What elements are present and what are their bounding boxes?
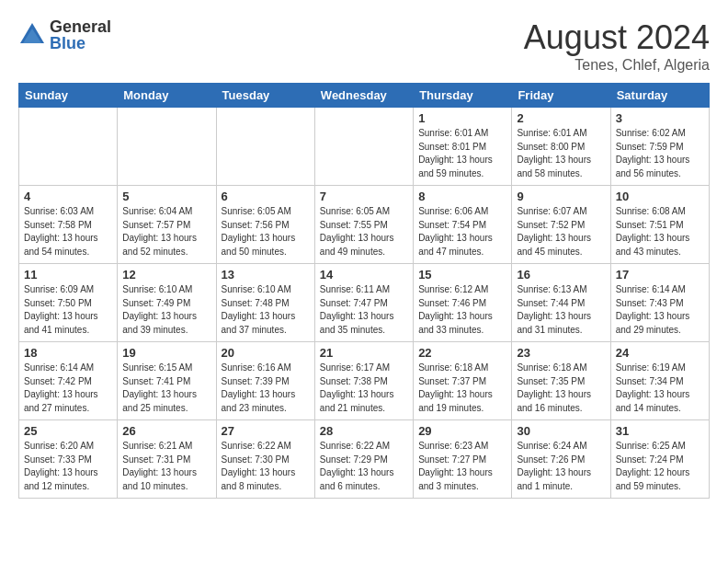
day-number: 22	[418, 346, 506, 360]
day-number: 30	[517, 424, 605, 438]
day-detail: Sunrise: 6:06 AM Sunset: 7:54 PM Dayligh…	[418, 205, 506, 259]
day-detail: Sunrise: 6:02 AM Sunset: 7:59 PM Dayligh…	[616, 127, 704, 180]
day-detail: Sunrise: 6:12 AM Sunset: 7:46 PM Dayligh…	[418, 283, 506, 337]
weekday-header: Friday	[512, 84, 610, 108]
day-detail: Sunrise: 6:18 AM Sunset: 7:35 PM Dayligh…	[517, 362, 605, 415]
day-number: 21	[320, 346, 408, 360]
calendar-cell: 2Sunrise: 6:01 AM Sunset: 8:00 PM Daylig…	[512, 108, 610, 186]
calendar-cell: 25Sunrise: 6:20 AM Sunset: 7:33 PM Dayli…	[19, 420, 118, 499]
day-detail: Sunrise: 6:11 AM Sunset: 7:47 PM Dayligh…	[320, 283, 408, 337]
week-row: 11Sunrise: 6:09 AM Sunset: 7:50 PM Dayli…	[19, 264, 710, 342]
day-number: 10	[616, 190, 704, 203]
day-number: 12	[122, 268, 210, 282]
calendar-cell: 1Sunrise: 6:01 AM Sunset: 8:01 PM Daylig…	[414, 108, 512, 186]
week-row: 25Sunrise: 6:20 AM Sunset: 7:33 PM Dayli…	[19, 420, 710, 499]
day-number: 1	[418, 111, 506, 125]
day-number: 26	[122, 424, 210, 438]
day-detail: Sunrise: 6:07 AM Sunset: 7:52 PM Dayligh…	[517, 205, 605, 259]
day-detail: Sunrise: 6:18 AM Sunset: 7:37 PM Dayligh…	[418, 362, 506, 415]
day-number: 27	[222, 424, 310, 438]
week-row: 4Sunrise: 6:03 AM Sunset: 7:58 PM Daylig…	[19, 186, 710, 264]
logo-blue: Blue	[50, 35, 111, 52]
week-row: 18Sunrise: 6:14 AM Sunset: 7:42 PM Dayli…	[19, 342, 710, 420]
day-detail: Sunrise: 6:01 AM Sunset: 8:01 PM Dayligh…	[418, 127, 506, 180]
calendar-cell: 6Sunrise: 6:05 AM Sunset: 7:56 PM Daylig…	[216, 186, 314, 264]
day-detail: Sunrise: 6:14 AM Sunset: 7:42 PM Dayligh…	[24, 362, 112, 415]
day-number: 16	[517, 268, 605, 282]
title-block: August 2024 Tenes, Chlef, Algeria	[524, 18, 710, 74]
weekday-header: Monday	[118, 84, 216, 108]
day-number: 6	[222, 190, 310, 203]
day-number: 24	[616, 346, 704, 360]
day-detail: Sunrise: 6:19 AM Sunset: 7:34 PM Dayligh…	[616, 362, 704, 415]
calendar-cell: 31Sunrise: 6:25 AM Sunset: 7:24 PM Dayli…	[610, 420, 709, 499]
week-row: 1Sunrise: 6:01 AM Sunset: 8:01 PM Daylig…	[19, 108, 710, 186]
day-number: 13	[222, 268, 310, 282]
calendar-cell: 28Sunrise: 6:22 AM Sunset: 7:29 PM Dayli…	[314, 420, 413, 499]
day-number: 4	[24, 190, 112, 203]
day-detail: Sunrise: 6:16 AM Sunset: 7:39 PM Dayligh…	[222, 362, 310, 415]
calendar-cell	[216, 108, 314, 186]
day-detail: Sunrise: 6:04 AM Sunset: 7:57 PM Dayligh…	[122, 205, 210, 259]
day-detail: Sunrise: 6:21 AM Sunset: 7:31 PM Dayligh…	[122, 440, 210, 493]
day-number: 18	[24, 346, 112, 360]
day-detail: Sunrise: 6:08 AM Sunset: 7:51 PM Dayligh…	[616, 205, 704, 259]
calendar-cell: 15Sunrise: 6:12 AM Sunset: 7:46 PM Dayli…	[414, 264, 512, 342]
day-detail: Sunrise: 6:14 AM Sunset: 7:43 PM Dayligh…	[616, 283, 704, 337]
calendar-cell: 21Sunrise: 6:17 AM Sunset: 7:38 PM Dayli…	[314, 342, 413, 420]
weekday-header-row: SundayMondayTuesdayWednesdayThursdayFrid…	[19, 84, 710, 108]
day-number: 19	[122, 346, 210, 360]
day-number: 8	[418, 190, 506, 203]
weekday-header: Tuesday	[216, 84, 314, 108]
calendar-cell: 11Sunrise: 6:09 AM Sunset: 7:50 PM Dayli…	[19, 264, 118, 342]
day-number: 29	[418, 424, 506, 438]
day-detail: Sunrise: 6:01 AM Sunset: 8:00 PM Dayligh…	[517, 127, 605, 180]
day-number: 28	[320, 424, 408, 438]
day-detail: Sunrise: 6:15 AM Sunset: 7:41 PM Dayligh…	[122, 362, 210, 415]
location: Tenes, Chlef, Algeria	[524, 57, 710, 74]
day-detail: Sunrise: 6:22 AM Sunset: 7:30 PM Dayligh…	[222, 440, 310, 493]
day-number: 5	[122, 190, 210, 203]
calendar-cell: 23Sunrise: 6:18 AM Sunset: 7:35 PM Dayli…	[512, 342, 610, 420]
logo-text: General Blue	[50, 18, 111, 52]
calendar-cell: 3Sunrise: 6:02 AM Sunset: 7:59 PM Daylig…	[610, 108, 709, 186]
day-number: 23	[517, 346, 605, 360]
weekday-header: Thursday	[414, 84, 512, 108]
calendar-cell: 29Sunrise: 6:23 AM Sunset: 7:27 PM Dayli…	[414, 420, 512, 499]
day-detail: Sunrise: 6:05 AM Sunset: 7:56 PM Dayligh…	[222, 205, 310, 259]
calendar-cell: 8Sunrise: 6:06 AM Sunset: 7:54 PM Daylig…	[414, 186, 512, 264]
day-detail: Sunrise: 6:24 AM Sunset: 7:26 PM Dayligh…	[517, 440, 605, 493]
day-number: 14	[320, 268, 408, 282]
day-number: 11	[24, 268, 112, 282]
calendar-cell: 12Sunrise: 6:10 AM Sunset: 7:49 PM Dayli…	[118, 264, 216, 342]
calendar-cell: 13Sunrise: 6:10 AM Sunset: 7:48 PM Dayli…	[216, 264, 314, 342]
day-detail: Sunrise: 6:05 AM Sunset: 7:55 PM Dayligh…	[320, 205, 408, 259]
calendar-cell: 22Sunrise: 6:18 AM Sunset: 7:37 PM Dayli…	[414, 342, 512, 420]
day-detail: Sunrise: 6:25 AM Sunset: 7:24 PM Dayligh…	[616, 440, 704, 493]
day-detail: Sunrise: 6:23 AM Sunset: 7:27 PM Dayligh…	[418, 440, 506, 493]
calendar-cell: 27Sunrise: 6:22 AM Sunset: 7:30 PM Dayli…	[216, 420, 314, 499]
day-number: 7	[320, 190, 408, 203]
day-detail: Sunrise: 6:03 AM Sunset: 7:58 PM Dayligh…	[24, 205, 112, 259]
weekday-header: Wednesday	[314, 84, 413, 108]
day-number: 17	[616, 268, 704, 282]
calendar-cell: 7Sunrise: 6:05 AM Sunset: 7:55 PM Daylig…	[314, 186, 413, 264]
day-number: 15	[418, 268, 506, 282]
weekday-header: Sunday	[19, 84, 118, 108]
calendar-cell	[118, 108, 216, 186]
calendar-cell	[314, 108, 413, 186]
day-number: 31	[616, 424, 704, 438]
calendar-cell: 26Sunrise: 6:21 AM Sunset: 7:31 PM Dayli…	[118, 420, 216, 499]
calendar-table: SundayMondayTuesdayWednesdayThursdayFrid…	[18, 83, 710, 499]
calendar-cell: 19Sunrise: 6:15 AM Sunset: 7:41 PM Dayli…	[118, 342, 216, 420]
day-number: 3	[616, 111, 704, 125]
logo: General Blue	[18, 18, 111, 52]
day-detail: Sunrise: 6:20 AM Sunset: 7:33 PM Dayligh…	[24, 440, 112, 493]
day-number: 2	[517, 111, 605, 125]
day-detail: Sunrise: 6:22 AM Sunset: 7:29 PM Dayligh…	[320, 440, 408, 493]
day-number: 25	[24, 424, 112, 438]
calendar-cell: 24Sunrise: 6:19 AM Sunset: 7:34 PM Dayli…	[610, 342, 709, 420]
day-detail: Sunrise: 6:17 AM Sunset: 7:38 PM Dayligh…	[320, 362, 408, 415]
calendar-cell: 9Sunrise: 6:07 AM Sunset: 7:52 PM Daylig…	[512, 186, 610, 264]
page-header: General Blue August 2024 Tenes, Chlef, A…	[18, 18, 710, 74]
